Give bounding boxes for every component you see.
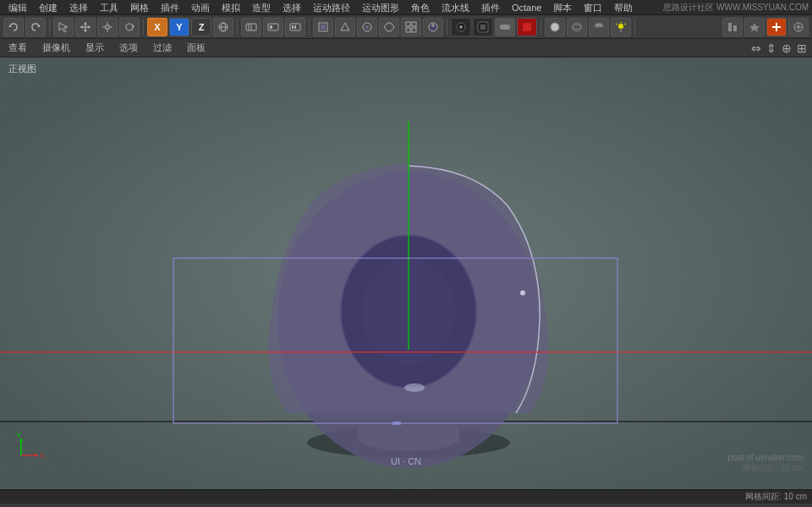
svg-rect-23 — [270, 25, 272, 29]
nav-frame-icon[interactable]: ⊞ — [797, 41, 807, 55]
menu-octane[interactable]: Octane — [507, 0, 546, 15]
menu-motionpath[interactable]: 运动路径 — [308, 0, 355, 15]
sphere-btn1[interactable] — [545, 18, 565, 36]
svg-rect-44 — [523, 23, 531, 31]
status-bar: 网格间距: 10 cm — [0, 489, 812, 504]
svg-marker-56 — [749, 23, 760, 32]
render-toggle-button[interactable] — [495, 18, 515, 36]
options-menu-item[interactable]: 选项 — [116, 41, 141, 55]
menu-pipeline[interactable]: 流水线 — [436, 0, 475, 15]
scale-button[interactable] — [97, 18, 118, 36]
undo-button[interactable] — [3, 18, 24, 36]
watermark-bottomright: post of uimaker.com 网格间距: 10 cm — [728, 453, 804, 474]
panel-menu-item[interactable]: 面板 — [184, 41, 209, 55]
axis-z-button[interactable]: Z — [191, 18, 211, 36]
svg-marker-15 — [133, 25, 134, 28]
svg-rect-43 — [500, 25, 510, 30]
svg-marker-5 — [84, 22, 87, 25]
svg-point-40 — [459, 25, 463, 29]
menu-edit[interactable]: 编辑 — [3, 0, 32, 15]
svg-rect-54 — [728, 23, 732, 31]
svg-rect-75 — [392, 422, 401, 425]
watermark-top: 思路设计社区 WWW.MISSYUAN.COM — [663, 2, 809, 14]
viewport-label: 正视图 — [8, 63, 36, 75]
extra-btn3[interactable] — [766, 18, 787, 36]
anim-btn2[interactable] — [263, 18, 283, 36]
viewport-3d[interactable]: 正视图 — [0, 58, 812, 489]
axis-indicator: X Y — [13, 430, 47, 464]
menu-select[interactable]: 选择 — [64, 0, 93, 15]
svg-point-49 — [618, 24, 623, 29]
menu-plugin2[interactable]: 插件 — [476, 0, 505, 15]
object-btn1[interactable] — [313, 18, 333, 36]
menu-sculpt[interactable]: 造型 — [247, 0, 276, 15]
select-mode-button[interactable] — [53, 18, 74, 36]
object-btn3[interactable] — [357, 18, 377, 36]
svg-rect-35 — [406, 28, 410, 32]
keyframe-button[interactable] — [241, 18, 261, 36]
light-btn[interactable] — [611, 18, 631, 36]
svg-marker-2 — [59, 23, 68, 32]
svg-point-14 — [126, 24, 133, 30]
toolbar-view: 查看 摄像机 显示 选项 过滤 面板 ⇔ ⇕ ⊕ ⊞ — [0, 39, 812, 58]
menu-plugin[interactable]: 插件 — [156, 0, 184, 15]
menu-sim[interactable]: 模拟 — [217, 0, 245, 15]
svg-rect-55 — [733, 25, 737, 31]
menu-mograph[interactable]: 运动图形 — [357, 0, 404, 15]
svg-rect-36 — [412, 28, 416, 32]
svg-line-53 — [625, 24, 626, 25]
svg-point-45 — [551, 23, 559, 31]
object-btn6[interactable] — [423, 18, 443, 36]
svg-marker-6 — [84, 30, 87, 32]
world-space-button[interactable] — [213, 18, 233, 36]
render-active-button[interactable] — [473, 18, 493, 36]
render-red-button[interactable] — [517, 18, 537, 36]
toolbar-main: X Y Z — [0, 15, 812, 39]
svg-point-46 — [573, 23, 581, 31]
menu-anim[interactable]: 动画 — [186, 0, 215, 15]
menu-script[interactable]: 脚本 — [548, 0, 577, 15]
svg-point-71 — [404, 383, 425, 392]
object-btn4[interactable] — [379, 18, 399, 36]
svg-marker-78 — [35, 454, 38, 457]
extra-btn1[interactable] — [722, 18, 743, 36]
svg-rect-22 — [268, 24, 278, 30]
nav-zoom-icon[interactable]: ⇕ — [766, 41, 776, 55]
svg-point-76 — [520, 290, 525, 295]
menu-help[interactable]: 帮助 — [609, 0, 638, 15]
menu-create[interactable]: 创建 — [34, 0, 63, 15]
menu-select2[interactable]: 选择 — [277, 0, 306, 15]
svg-rect-9 — [106, 25, 109, 29]
nav-pan-icon[interactable]: ⇔ — [751, 41, 761, 55]
menu-mesh[interactable]: 网格 — [125, 0, 154, 15]
menu-character[interactable]: 角色 — [406, 0, 435, 15]
half-sphere-btn[interactable] — [589, 18, 609, 36]
axis-y-button[interactable]: Y — [169, 18, 189, 36]
menu-tools[interactable]: 工具 — [95, 0, 123, 15]
extra-btn4[interactable] — [788, 18, 809, 36]
menu-window[interactable]: 窗口 — [579, 0, 607, 15]
sphere-btn2[interactable] — [567, 18, 587, 36]
object-btn2[interactable] — [335, 18, 355, 36]
axis-x-button[interactable]: X — [147, 18, 167, 36]
nav-orbit-icon[interactable]: ⊕ — [782, 41, 792, 55]
view-menu-item[interactable]: 查看 — [5, 41, 30, 55]
svg-text:UI · CN: UI · CN — [391, 456, 421, 466]
svg-rect-28 — [321, 25, 326, 30]
svg-text:X: X — [40, 451, 45, 460]
rotate-button[interactable] — [119, 18, 140, 36]
move-button[interactable] — [75, 18, 96, 36]
svg-point-47 — [573, 25, 581, 29]
object-btn5[interactable] — [401, 18, 421, 36]
extra-btn2[interactable] — [744, 18, 765, 36]
watermark-center: UI · CN — [385, 453, 427, 472]
render-region-button[interactable] — [451, 18, 471, 36]
camera-menu-item[interactable]: 摄像机 — [39, 41, 74, 55]
redo-button[interactable] — [25, 18, 46, 36]
svg-rect-25 — [292, 25, 294, 29]
svg-rect-33 — [406, 22, 410, 26]
svg-rect-26 — [294, 25, 296, 29]
display-menu-item[interactable]: 显示 — [82, 41, 107, 55]
anim-btn3[interactable] — [285, 18, 305, 36]
filter-menu-item[interactable]: 过滤 — [150, 41, 175, 55]
